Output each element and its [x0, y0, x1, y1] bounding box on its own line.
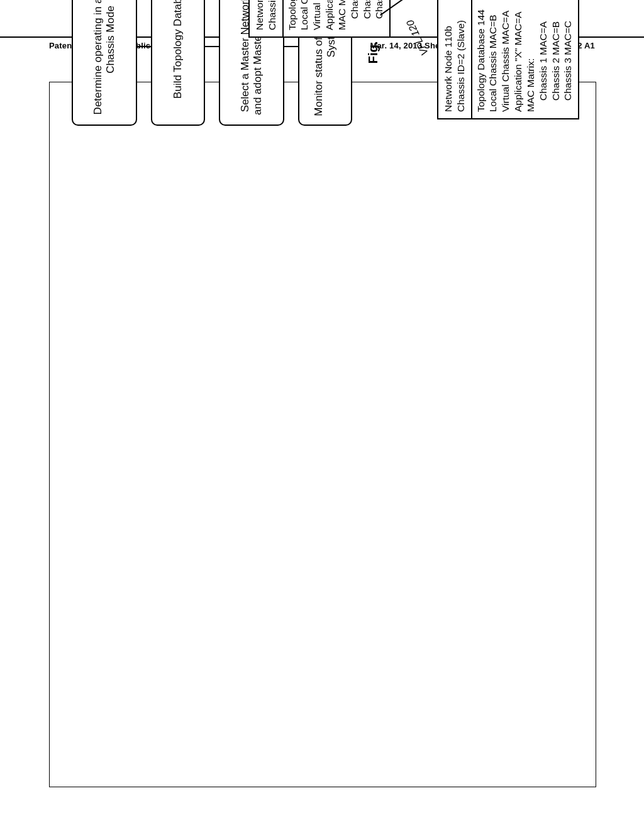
- node-header: Network Node 110a Chassis ID=1 (Master): [250, 0, 281, 36]
- page-frame: [49, 82, 596, 787]
- flow-step-132: Determine operating in a Virtual Chassis…: [72, 0, 137, 126]
- topology-db-label: Topology Database 144: [475, 0, 487, 112]
- node-line: Application "X" MAC=A: [512, 0, 525, 112]
- flow-step-text: Build Topology Database: [172, 0, 184, 99]
- node-line: Application "X" MAC=A: [323, 0, 336, 30]
- network-node-a: Network Node 110a Chassis ID=1 (Master) …: [248, 0, 391, 38]
- flow-row: Determine operating in a Virtual Chassis…: [72, 0, 137, 126]
- matrix-line: Chassis 3 MAC=C: [373, 0, 386, 30]
- node-header: Network Node 110b Chassis ID=2 (Slave): [438, 0, 470, 118]
- flow-step-text: Determine operating in a Virtual Chassis…: [92, 0, 117, 118]
- node-chassis-id: Chassis ID=1 (Master): [266, 0, 279, 30]
- node-line: Local Chassis MAC=A: [298, 0, 311, 30]
- node-title: Network Node 110b: [442, 0, 455, 112]
- matrix-line: Chassis 2 MAC=B: [550, 0, 562, 112]
- node-line: Local Chassis MAC=B: [487, 0, 499, 112]
- flow-connector: [205, 46, 219, 47]
- node-line: MAC Matrix:: [336, 0, 348, 30]
- topology-db-label: Topology Database 144: [286, 0, 299, 30]
- flow-connector: [284, 46, 298, 47]
- node-line: Virtual Chassis MAC=A: [499, 0, 512, 112]
- flow-step-134: Build Topology Database: [151, 0, 205, 126]
- matrix-line: Chassis 2 MAC=B: [361, 0, 374, 30]
- node-line: MAC Matrix:: [525, 0, 537, 112]
- node-title: Network Node 110a: [253, 0, 266, 30]
- node-body: Topology Database 144 Local Chassis MAC=…: [472, 0, 579, 118]
- matrix-line: Chassis 1 MAC=A: [537, 0, 550, 112]
- flow-connector: [137, 46, 151, 47]
- matrix-line: Chassis 3 MAC=C: [562, 0, 574, 112]
- node-chassis-id: Chassis ID=2 (Slave): [455, 0, 467, 112]
- matrix-line: Chassis 1 MAC=A: [348, 0, 361, 30]
- node-body: Topology Database 144 Local Chassis MAC=…: [284, 0, 390, 36]
- node-line: Virtual Chassis MAC=A: [311, 0, 323, 30]
- flow-row: Build Topology Database 134: [151, 0, 205, 126]
- network-node-b: Network Node 110b Chassis ID=2 (Slave) T…: [437, 0, 579, 119]
